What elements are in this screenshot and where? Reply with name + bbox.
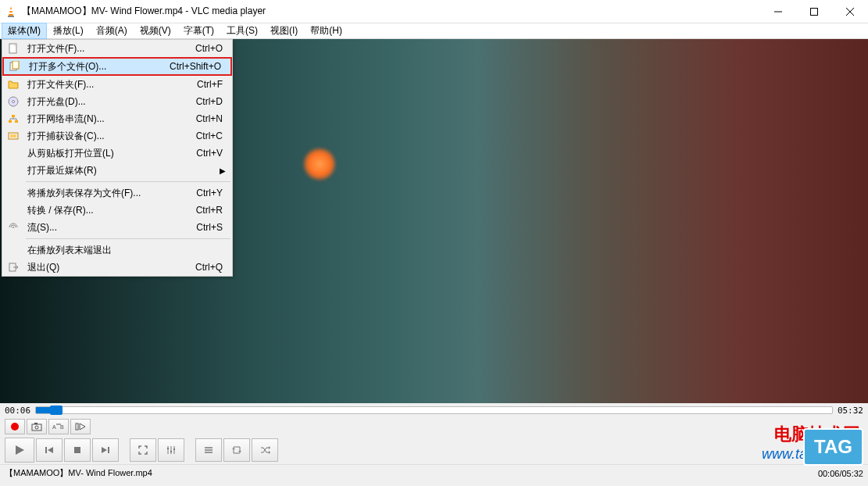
menu-stream[interactable]: 流(S)... Ctrl+S — [2, 219, 232, 236]
menu-separator — [26, 181, 230, 182]
menu-open-capture[interactable]: 打开捕获设备(C)... Ctrl+C — [2, 127, 232, 145]
loop-ab-icon: AB — [52, 422, 65, 431]
play-icon — [13, 444, 26, 456]
svg-text:B: B — [60, 424, 64, 430]
svg-text:A: A — [52, 424, 56, 430]
menubar: 媒体(M) 播放(L) 音频(A) 视频(V) 字幕(T) 工具(S) 视图(I… — [0, 23, 868, 39]
svg-rect-3 — [9, 13, 13, 14]
snapshot-button[interactable] — [27, 419, 47, 434]
svg-rect-5 — [811, 8, 818, 15]
seek-fill — [36, 407, 50, 413]
menu-audio[interactable]: 音频(A) — [90, 23, 134, 39]
svg-marker-50 — [269, 451, 270, 454]
frame-by-frame-button[interactable] — [70, 419, 91, 434]
svg-marker-48 — [238, 450, 241, 452]
stop-button[interactable] — [64, 438, 91, 462]
menu-open-clipboard[interactable]: 从剪贴板打开位置(L) Ctrl+V — [2, 145, 232, 162]
menu-playback[interactable]: 播放(L) — [47, 23, 90, 39]
svg-rect-43 — [173, 448, 175, 450]
next-button[interactable] — [92, 438, 119, 462]
svg-marker-32 — [16, 445, 24, 455]
shuffle-icon — [259, 445, 270, 456]
svg-rect-1 — [8, 16, 14, 17]
svg-marker-34 — [48, 447, 53, 453]
loop-button[interactable] — [223, 438, 250, 462]
menu-separator — [26, 238, 230, 239]
network-icon — [8, 113, 19, 124]
record-button[interactable] — [5, 419, 25, 434]
menu-save-playlist[interactable]: 将播放列表保存为文件(F)... Ctrl+Y — [2, 184, 232, 202]
svg-point-23 — [13, 227, 14, 228]
fullscreen-button[interactable] — [130, 438, 156, 462]
quit-icon — [8, 262, 19, 273]
maximize-button[interactable] — [796, 0, 832, 23]
playlist-button[interactable] — [195, 438, 222, 462]
submenu-arrow-icon: ▶ — [220, 166, 226, 175]
play-button[interactable] — [5, 438, 34, 463]
svg-marker-31 — [80, 423, 85, 430]
menu-video[interactable]: 视频(V) — [134, 23, 177, 39]
frame-step-icon — [75, 422, 86, 431]
menu-subtitle[interactable]: 字幕(T) — [177, 23, 220, 39]
status-time: 00:06/05:32 — [818, 469, 863, 478]
close-button[interactable] — [832, 0, 868, 23]
svg-rect-14 — [9, 120, 12, 123]
menu-open-recent[interactable]: 打开最近媒体(R) ▶ — [2, 162, 232, 179]
disc-icon — [8, 96, 19, 107]
menu-quit-at-end[interactable]: 在播放列表末端退出 — [2, 241, 232, 259]
menu-media[interactable]: 媒体(M) — [2, 23, 47, 39]
skip-back-icon — [44, 445, 55, 456]
loop-icon — [231, 445, 242, 456]
menu-open-network[interactable]: 打开网络串流(N)... Ctrl+N — [2, 110, 232, 127]
file-icon — [8, 43, 19, 54]
svg-rect-25 — [32, 424, 41, 431]
folder-icon — [8, 79, 19, 90]
svg-rect-15 — [15, 120, 18, 123]
seek-thumb[interactable] — [50, 406, 63, 415]
svg-point-26 — [35, 426, 38, 429]
menu-convert-save[interactable]: 转换 / 保存(R)... Ctrl+R — [2, 202, 232, 219]
playback-controls — [0, 436, 868, 464]
total-time[interactable]: 05:32 — [838, 406, 863, 416]
svg-rect-30 — [76, 423, 78, 430]
svg-rect-35 — [74, 447, 80, 453]
svg-marker-47 — [232, 448, 235, 450]
minimize-button[interactable] — [760, 0, 796, 23]
svg-rect-37 — [108, 447, 109, 453]
seek-row: 00:06 05:32 — [0, 403, 868, 417]
menu-open-disc[interactable]: 打开光盘(D)... Ctrl+D — [2, 93, 232, 110]
loop-ab-button[interactable]: AB — [48, 419, 69, 434]
menu-view[interactable]: 视图(I) — [264, 23, 304, 39]
menu-help[interactable]: 帮助(H) — [304, 23, 348, 39]
seek-slider[interactable] — [35, 406, 833, 414]
menu-tools[interactable]: 工具(S) — [220, 23, 264, 39]
vlc-cone-icon — [5, 5, 17, 18]
menu-quit[interactable]: 退出(Q) Ctrl+Q — [2, 259, 232, 276]
titlebar: 【MAMAMOO】MV- Wind Flower.mp4 - VLC media… — [0, 0, 868, 23]
equalizer-icon — [166, 445, 177, 456]
svg-rect-16 — [12, 115, 15, 117]
svg-rect-42 — [170, 451, 172, 452]
media-dropdown: 打开文件(F)... Ctrl+O 打开多个文件(O)... Ctrl+Shif… — [2, 39, 233, 277]
fullscreen-icon — [138, 445, 148, 456]
menu-open-file[interactable]: 打开文件(F)... Ctrl+O — [2, 40, 232, 57]
skip-forward-icon — [100, 445, 111, 456]
stream-icon — [8, 222, 19, 233]
extended-settings-button[interactable] — [158, 438, 184, 462]
status-filename: 【MAMAMOO】MV- Wind Flower.mp4 — [5, 467, 818, 479]
window-title: 【MAMAMOO】MV- Wind Flower.mp4 - VLC media… — [22, 5, 760, 18]
shuffle-button[interactable] — [252, 438, 278, 462]
current-time[interactable]: 00:06 — [5, 406, 30, 416]
previous-button[interactable] — [36, 438, 63, 462]
svg-rect-41 — [167, 448, 169, 449]
svg-rect-2 — [9, 9, 13, 11]
svg-rect-27 — [34, 423, 38, 424]
svg-point-13 — [13, 101, 15, 103]
menu-open-multiple-files[interactable]: 打开多个文件(O)... Ctrl+Shift+O — [2, 57, 232, 76]
svg-marker-49 — [269, 446, 270, 449]
record-icon — [11, 423, 19, 431]
playlist-icon — [203, 445, 214, 456]
status-bar: 【MAMAMOO】MV- Wind Flower.mp4 00:06/05:32 — [0, 464, 868, 481]
menu-open-folder[interactable]: 打开文件夹(F)... Ctrl+F — [2, 76, 232, 93]
camera-icon — [31, 422, 42, 431]
